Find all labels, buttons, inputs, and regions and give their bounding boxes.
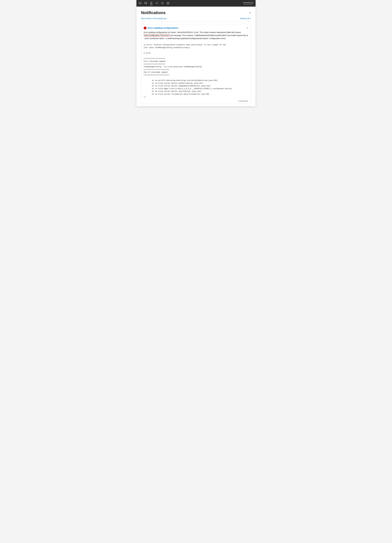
notification-title-row: ! Error updating configurations bbox=[144, 27, 178, 29]
filter-icon[interactable] bbox=[144, 2, 147, 5]
person-icon[interactable] bbox=[167, 2, 169, 5]
notification-timestamp: a minute ago bbox=[144, 100, 248, 102]
top-navigation: ? microsoft.com MICROSOFT bbox=[136, 0, 256, 7]
notification-body-detail: 1) Error: Invalid configuration property… bbox=[144, 41, 248, 98]
notification-card-title: Error updating configurations bbox=[148, 27, 178, 29]
activity-log-link[interactable]: More events in the activity log → bbox=[141, 17, 168, 20]
dismiss-all-button[interactable]: Dismiss all ∨ bbox=[240, 17, 251, 20]
notifications-panel: Notifications × More events in the activ… bbox=[136, 7, 256, 107]
header-divider bbox=[141, 22, 251, 22]
svg-point-6 bbox=[157, 3, 157, 4]
domain-label: microsoft.com bbox=[243, 2, 253, 4]
svg-text:?: ? bbox=[162, 2, 163, 4]
notification-card: ! Error updating configurations × Error … bbox=[141, 24, 251, 104]
svg-rect-2 bbox=[145, 2, 146, 4]
svg-rect-0 bbox=[139, 2, 141, 4]
svg-point-10 bbox=[168, 3, 168, 3]
notifications-actions: More events in the activity log → Dismis… bbox=[136, 17, 256, 22]
notifications-title: Notifications bbox=[141, 10, 166, 15]
notification-body: Error updating configurations for cluste… bbox=[144, 31, 248, 98]
notification-card-header: ! Error updating configurations × bbox=[144, 27, 248, 29]
highlighted-error-code: User.Configuration.Trino.Error' bbox=[144, 34, 170, 37]
notifications-header: Notifications × bbox=[136, 7, 256, 17]
dismiss-all-label: Dismiss all bbox=[240, 17, 249, 20]
help-icon[interactable]: ? bbox=[161, 2, 164, 5]
settings-icon[interactable] bbox=[156, 2, 158, 5]
notification-body-text: Error updating configurations for cluste… bbox=[144, 31, 248, 40]
terminal-icon[interactable] bbox=[139, 2, 141, 5]
notification-close-button[interactable]: × bbox=[247, 27, 248, 29]
bell-icon[interactable] bbox=[150, 1, 153, 5]
panel-close-button[interactable]: × bbox=[249, 11, 251, 14]
nav-icons-left: ? bbox=[139, 1, 169, 5]
user-info: microsoft.com MICROSOFT bbox=[243, 2, 253, 5]
company-label: MICROSOFT bbox=[243, 4, 253, 5]
bottom-divider bbox=[141, 106, 251, 107]
error-icon: ! bbox=[144, 27, 146, 29]
chevron-down-icon: ∨ bbox=[250, 18, 251, 19]
